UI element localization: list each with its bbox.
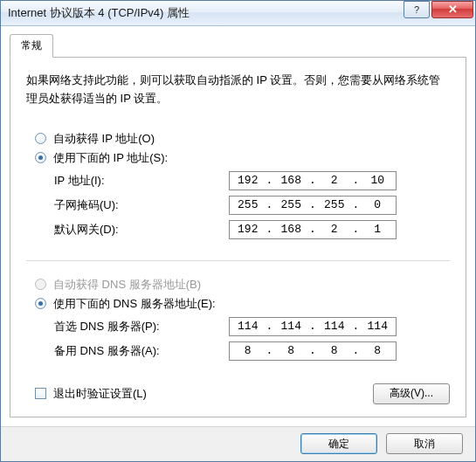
gw-octet-3[interactable]: 2: [316, 223, 353, 236]
dns-group: 自动获得 DNS 服务器地址(B) 使用下面的 DNS 服务器地址(E): 首选…: [26, 270, 450, 375]
radio-auto-dns-label: 自动获得 DNS 服务器地址(B): [53, 277, 201, 293]
radio-manual-dns-row[interactable]: 使用下面的 DNS 服务器地址(E):: [35, 296, 450, 312]
validate-on-exit-row[interactable]: 退出时验证设置(L): [35, 386, 147, 402]
radio-manual-ip-label: 使用下面的 IP 地址(S):: [53, 150, 168, 166]
ok-button[interactable]: 确定: [300, 433, 377, 454]
validate-checkbox[interactable]: [35, 388, 46, 399]
advanced-button[interactable]: 高级(V)...: [373, 383, 450, 404]
divider: [26, 260, 450, 261]
window-buttons: ? ✕: [402, 1, 473, 20]
pdns-octet-4[interactable]: 114: [360, 320, 397, 333]
ip-octet-3[interactable]: 2: [316, 174, 353, 187]
primary-dns-input[interactable]: 114. 114. 114. 114: [229, 317, 397, 336]
mask-octet-2[interactable]: 255: [273, 198, 310, 211]
gw-octet-1[interactable]: 192: [230, 223, 266, 236]
alt-dns-label: 备用 DNS 服务器(A):: [54, 343, 229, 359]
primary-dns-label: 首选 DNS 服务器(P):: [54, 319, 229, 334]
radio-auto-ip[interactable]: [35, 133, 46, 144]
tab-general[interactable]: 常规: [10, 34, 53, 58]
radio-manual-ip-row[interactable]: 使用下面的 IP 地址(S):: [35, 150, 450, 166]
cancel-button-label: 取消: [414, 437, 435, 452]
field-default-gateway: 默认网关(D): 192. 168. 2. 1: [54, 220, 450, 239]
subnet-mask-input[interactable]: 255. 255. 255. 0: [229, 196, 397, 215]
ok-button-label: 确定: [328, 437, 349, 452]
radio-auto-dns-row: 自动获得 DNS 服务器地址(B): [35, 277, 450, 293]
adns-octet-4[interactable]: 8: [360, 344, 397, 357]
ip-octet-4[interactable]: 10: [360, 174, 397, 187]
ip-address-label: IP 地址(I):: [54, 173, 229, 189]
gw-octet-2[interactable]: 168: [273, 223, 310, 236]
mask-octet-3[interactable]: 255: [316, 198, 353, 211]
adns-octet-2[interactable]: 8: [273, 344, 310, 357]
tab-panel-general: 如果网络支持此功能，则可以获取自动指派的 IP 设置。否则，您需要从网络系统管理…: [10, 57, 466, 417]
gateway-input[interactable]: 192. 168. 2. 1: [229, 220, 397, 239]
mask-octet-4[interactable]: 0: [360, 198, 397, 211]
close-icon: ✕: [448, 3, 458, 16]
advanced-button-label: 高级(V)...: [390, 386, 433, 401]
client-area: 常规 如果网络支持此功能，则可以获取自动指派的 IP 设置。否则，您需要从网络系…: [1, 26, 475, 426]
radio-auto-ip-row[interactable]: 自动获得 IP 地址(O): [35, 131, 450, 147]
ip-octet-2[interactable]: 168: [273, 174, 310, 187]
pdns-octet-2[interactable]: 114: [273, 320, 310, 333]
help-button[interactable]: ?: [404, 1, 430, 18]
field-primary-dns: 首选 DNS 服务器(P): 114. 114. 114. 114: [54, 317, 450, 336]
ip-octet-1[interactable]: 192: [230, 174, 266, 187]
tab-general-label: 常规: [21, 39, 42, 52]
field-alt-dns: 备用 DNS 服务器(A): 8. 8. 8. 8: [54, 341, 450, 361]
titlebar[interactable]: Internet 协议版本 4 (TCP/IPv4) 属性 ? ✕: [1, 1, 475, 26]
field-subnet-mask: 子网掩码(U): 255. 255. 255. 0: [54, 196, 450, 215]
subnet-mask-label: 子网掩码(U):: [54, 197, 229, 213]
validate-label: 退出时验证设置(L): [53, 386, 147, 402]
radio-auto-dns: [35, 279, 46, 290]
mask-octet-1[interactable]: 255: [230, 198, 266, 211]
ip-group: 自动获得 IP 地址(O) 使用下面的 IP 地址(S): IP 地址(I): …: [26, 124, 450, 253]
field-ip-address: IP 地址(I): 192. 168. 2. 10: [54, 171, 450, 190]
bottom-row: 退出时验证设置(L) 高级(V)...: [26, 383, 450, 404]
radio-manual-ip[interactable]: [35, 152, 46, 163]
pdns-octet-1[interactable]: 114: [230, 320, 266, 333]
adns-octet-3[interactable]: 8: [316, 344, 353, 357]
window-title: Internet 协议版本 4 (TCP/IPv4) 属性: [8, 5, 402, 21]
ip-address-input[interactable]: 192. 168. 2. 10: [229, 171, 397, 190]
alt-dns-input[interactable]: 8. 8. 8. 8: [229, 341, 397, 361]
dialog-window: Internet 协议版本 4 (TCP/IPv4) 属性 ? ✕ 常规 如果网…: [0, 0, 476, 462]
radio-auto-ip-label: 自动获得 IP 地址(O): [53, 131, 155, 147]
gateway-label: 默认网关(D):: [54, 222, 229, 238]
description-text: 如果网络支持此功能，则可以获取自动指派的 IP 设置。否则，您需要从网络系统管理…: [26, 72, 450, 108]
gw-octet-4[interactable]: 1: [360, 223, 397, 236]
help-icon: ?: [414, 4, 419, 15]
radio-manual-dns-label: 使用下面的 DNS 服务器地址(E):: [53, 296, 216, 312]
close-button[interactable]: ✕: [431, 1, 473, 18]
tabstrip: 常规: [10, 33, 466, 57]
adns-octet-1[interactable]: 8: [230, 344, 266, 357]
dialog-buttons: 确定 取消: [1, 426, 475, 461]
cancel-button[interactable]: 取消: [386, 433, 463, 454]
pdns-octet-3[interactable]: 114: [316, 320, 353, 333]
radio-manual-dns[interactable]: [35, 298, 46, 309]
